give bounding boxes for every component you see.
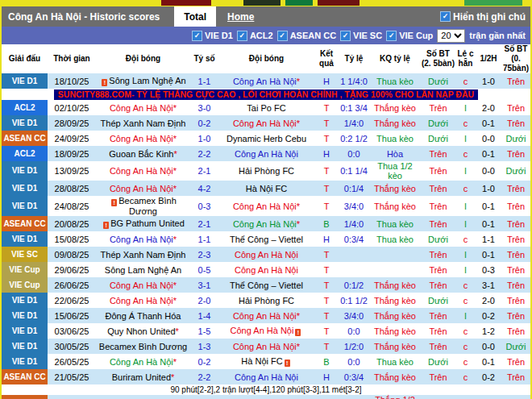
odd-even: l: [455, 196, 476, 216]
goals-over-under-2-5: Dưới: [421, 73, 455, 89]
away-team-name: Tai Po FC: [247, 103, 285, 113]
goals-over-under-2-5: Trên: [421, 277, 455, 293]
result: H: [314, 231, 339, 247]
goals-over-under-2-5: Dưới: [421, 131, 455, 146]
odd-even: c: [455, 231, 476, 247]
league-badge: VIE D1: [2, 73, 48, 89]
score: 2-1: [190, 161, 218, 181]
league-filter-checkbox[interactable]: ✓: [237, 31, 247, 41]
match-row: ASEAN CC20/08/25!BG Pathum United2-1Công…: [2, 216, 530, 231]
home-team-name: Guoan Bắc Kinh: [109, 149, 173, 159]
match-row: ASEAN CC21/05/25Buriram United*2-2Công A…: [2, 369, 530, 384]
away-team: Công An Hà Nội!: [218, 323, 314, 339]
result: T: [314, 181, 339, 196]
handicap-result: Thắng kèo: [369, 100, 421, 115]
result: T: [314, 247, 339, 262]
home-team-name: Sông Lam Nghệ An: [109, 76, 185, 85]
column-header: Số BT (2. 5bàn): [421, 49, 455, 69]
goals-over-under-0-75: Trên: [501, 369, 530, 384]
match-row: ASEAN CC14/05/25Công An Hà Nội2-2Buriram…: [2, 395, 530, 399]
star-marker: *: [173, 296, 177, 305]
match-date: 24/08/25: [48, 196, 96, 216]
home-team: Đông Á Thanh Hóa: [96, 308, 190, 323]
red-card-icon: !: [102, 79, 107, 86]
league-badge: VIE Cup: [2, 277, 48, 293]
ad-fragment: [161, 0, 211, 6]
home-team: Thép Xanh Nam Định: [96, 247, 190, 262]
score: 3-0: [190, 100, 218, 115]
goals-over-under-2-5: Trên: [421, 100, 455, 115]
ad-banner-link[interactable]: SUNCITY888.COM- TỶ LỆ THẮNG CỰC CAO , LỐ…: [54, 89, 478, 100]
match-date: 26/05/25: [48, 354, 96, 369]
star-marker: *: [297, 77, 300, 86]
handicap-result: Thắng kèo: [369, 323, 421, 339]
home-team: !Sông Lam Nghệ An: [96, 73, 190, 89]
match-date: 28/09/25: [48, 115, 96, 131]
match-row: VIE D128/08/25Công An Hà Nội*4-2Hà Nội F…: [2, 181, 530, 196]
league-filter-checkbox[interactable]: ✓: [340, 31, 351, 41]
goals-over-under-0-75: Dưới: [501, 161, 530, 181]
home-team: !Becamex Bình Dương: [96, 196, 190, 216]
star-marker: *: [173, 166, 177, 176]
league-filter-checkbox[interactable]: ✓: [192, 31, 202, 41]
match-date: 14/05/25: [48, 395, 96, 399]
tab-total[interactable]: Total: [174, 6, 216, 27]
goals-over-under-2-5: Dưới: [421, 231, 455, 247]
match-date: 29/06/25: [48, 262, 96, 277]
handicap-result: Thua kèo: [369, 73, 421, 89]
league-filter-item: ✓ACL2: [237, 31, 273, 41]
match-date: 18/09/25: [48, 146, 96, 161]
first-half-score: 0-1: [476, 216, 501, 231]
away-team: Công An Hà Nội: [218, 369, 314, 384]
goals-over-under-2-5: Dưới: [421, 354, 455, 369]
league-filter-checkbox[interactable]: ✓: [386, 31, 397, 41]
goals-over-under-0-75: Trên: [501, 73, 530, 89]
handicap-result: Thắng kèo: [369, 181, 421, 196]
tab-home[interactable]: Home: [227, 11, 254, 23]
match-row: ACL218/09/25Guoan Bắc Kinh*2-2Công An Hà…: [2, 146, 530, 161]
league-filter-checkbox[interactable]: ✓: [277, 31, 288, 41]
handicap: 0:1 1/4: [339, 161, 369, 181]
first-half-score: 0-1: [476, 354, 501, 369]
result: T: [314, 323, 339, 339]
first-half-score: 3-1: [476, 277, 501, 293]
goals-over-under-2-5: Trên: [421, 181, 455, 196]
away-team-name: Công An Hà Nội: [233, 118, 297, 128]
ad-fragment: [243, 0, 281, 6]
goals-over-under-2-5: Trên: [421, 323, 455, 339]
score: 2-3: [190, 247, 218, 262]
home-team-name: Công An Hà Nội: [110, 357, 173, 367]
odd-even: l: [455, 161, 476, 181]
away-team: Công An Hà Nội*: [218, 308, 314, 323]
match-row: ASEAN CC24/09/25Công An Hà Nội*1-0Dynami…: [2, 131, 530, 146]
goals-over-under-0-75: Trên: [501, 146, 530, 161]
column-header: 1/2H: [476, 54, 501, 64]
recent-count-select[interactable]: 20: [437, 29, 465, 43]
away-team-name: Công An Hà Nội: [235, 265, 298, 275]
home-team: Thép Xanh Nam Định: [96, 115, 190, 131]
away-team: Công An Hà Nội*: [218, 216, 314, 231]
show-notes-checkbox[interactable]: ✓: [440, 11, 451, 22]
handicap-result: Thua kèo: [369, 231, 421, 247]
red-card-icon: !: [103, 222, 109, 229]
match-date: 20/08/25: [48, 216, 96, 231]
handicap: 1/2:0: [339, 339, 369, 354]
red-card-icon: !: [295, 329, 301, 336]
handicap-result: [369, 247, 421, 262]
away-team: Buriram United*: [218, 395, 314, 399]
show-notes-label: Hiển thị ghi chú: [453, 11, 526, 23]
title-bar: Công An Hà Nội - Historic scores Total H…: [2, 6, 530, 27]
goals-over-under-2-5: Trên: [421, 339, 455, 354]
match-row: VIE D103/06/25Quy Nhon United*1-5Công An…: [2, 323, 530, 339]
score: 1-4: [190, 308, 218, 323]
goals-over-under-2-5: Trên: [421, 247, 455, 262]
handicap-result: Thua kèo: [369, 354, 421, 369]
first-half-score: 0-0: [476, 161, 501, 181]
score: 1-5: [190, 323, 218, 339]
star-marker: *: [173, 235, 177, 244]
away-team: Hải Phòng FC: [218, 293, 314, 308]
result: T: [314, 293, 339, 308]
away-team: Công An Hà Nội*: [218, 339, 314, 354]
goals-over-under-0-75: Trên: [501, 277, 530, 293]
handicap-result: Thua 1/2 kèo: [369, 161, 421, 181]
